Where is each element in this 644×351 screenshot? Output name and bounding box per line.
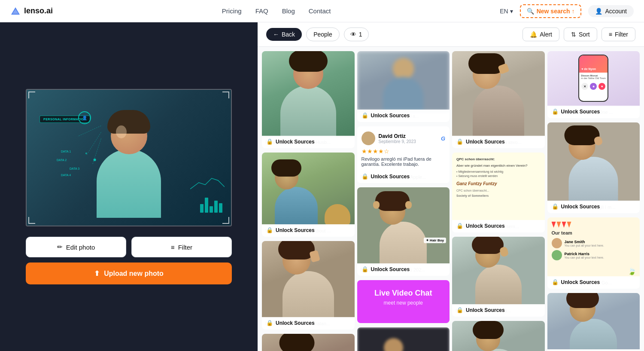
corner-tr bbox=[222, 92, 229, 98]
unlock-overlay-9: 🔒 Unlock Sources bbox=[262, 317, 355, 330]
left-panel: PERSONAL INFORMATION 👤 DATA 1 DATA 2 DAT… bbox=[0, 22, 258, 351]
lock-icon-16: 🔒 bbox=[552, 279, 559, 285]
nav-blog[interactable]: Blog bbox=[282, 7, 295, 15]
unlock-overlay-6: 🔒 Unlock Sources bbox=[357, 171, 450, 183]
unlock-overlay-2: 🔒 Unlock Sources bbox=[357, 110, 450, 122]
logo[interactable]: lenso.ai bbox=[10, 6, 53, 16]
unlock-overlay-18: 🔒 Unlock Sources bbox=[547, 349, 640, 351]
result-card-11[interactable]: QPC schon überrascht: Aber wie gründet m… bbox=[452, 153, 545, 232]
unlock-overlay-15: 🔒 Unlock Sources bbox=[452, 304, 545, 317]
search-icon: 🔍 bbox=[527, 8, 534, 15]
edit-photo-button[interactable]: ✏ Edit photo bbox=[26, 237, 126, 257]
result-card-10[interactable]: ✦ Hair Boy 🔒 Unlock Sources Best Hairsty… bbox=[357, 187, 450, 276]
header: lenso.ai Pricing FAQ Blog Contact EN ▾ 🔍… bbox=[0, 0, 644, 22]
result-card-1[interactable]: 🔒 Unlock Sources Personalized I Love My … bbox=[262, 51, 355, 148]
live-chat-subtitle: meet new people bbox=[364, 300, 443, 306]
lock-icon-8: 🔒 bbox=[552, 203, 559, 210]
edit-icon: ✏ bbox=[57, 243, 63, 251]
results-grid: 🔒 Unlock Sources Personalized I Love My … bbox=[258, 47, 644, 351]
filter-icon-left: ≡ bbox=[171, 244, 175, 251]
filter-icon-right: ≡ bbox=[609, 31, 612, 38]
bell-icon: 🔔 bbox=[530, 31, 537, 38]
people-badge: People bbox=[306, 27, 340, 41]
right-panel: ← Back People 👁 1 🔔 Alert ⇅ Sort bbox=[258, 22, 644, 351]
account-button[interactable]: 👤 Account bbox=[588, 5, 634, 17]
count-badge: 👁 1 bbox=[344, 27, 369, 41]
main-nav: Pricing FAQ Blog Contact bbox=[222, 7, 331, 15]
toolbar-left: ← Back People 👁 1 bbox=[266, 27, 369, 41]
result-card-4[interactable]: ♥ de Nyon Diesen Monat in der Nähe Old T… bbox=[547, 51, 640, 118]
unlock-overlay-1: 🔒 Unlock Sources bbox=[262, 136, 355, 148]
lock-icon-5: 🔒 bbox=[266, 227, 273, 233]
language-selector[interactable]: EN ▾ bbox=[500, 8, 513, 15]
main-content: PERSONAL INFORMATION 👤 DATA 1 DATA 2 DAT… bbox=[0, 0, 644, 351]
result-card-14[interactable]: Live Video Chat meet new people bbox=[357, 280, 450, 323]
logo-text: lenso.ai bbox=[24, 6, 53, 15]
chevron-down-icon: ▾ bbox=[510, 8, 513, 15]
lock-icon-4: 🔒 bbox=[552, 108, 559, 115]
result-card-16[interactable]: Our team Jane Smith You can put all your… bbox=[547, 217, 640, 289]
unlock-overlay-10: 🔒 Unlock Sources bbox=[357, 263, 450, 276]
photo-frame: PERSONAL INFORMATION 👤 DATA 1 DATA 2 DAT… bbox=[27, 90, 231, 226]
reviewer-name: David Ortiz bbox=[379, 133, 416, 139]
corner-tl bbox=[28, 92, 35, 98]
lock-icon-11: 🔒 bbox=[456, 223, 463, 229]
corner-br bbox=[222, 217, 229, 224]
left-panel-actions: ✏ Edit photo ≡ Filter bbox=[26, 237, 232, 257]
result-card-7[interactable]: 🔒 Unlock Sources Кожу достигли априлна к… bbox=[452, 51, 545, 148]
live-chat-title: Live Video Chat bbox=[364, 289, 443, 298]
toolbar-right: 🔔 Alert ⇅ Sort ≡ Filter bbox=[522, 27, 635, 41]
eye-icon: 👁 bbox=[350, 31, 356, 38]
corner-bl bbox=[28, 217, 35, 224]
result-card-9[interactable]: 🔒 Unlock Sources Las mejores cremas hidr… bbox=[262, 241, 355, 330]
unlock-overlay-16: 🔒 Unlock Sources bbox=[547, 276, 640, 289]
logo-icon bbox=[10, 6, 21, 16]
lock-icon-10: 🔒 bbox=[361, 266, 368, 272]
header-right: EN ▾ 🔍 New search ↑ 👤 Account bbox=[500, 4, 634, 18]
result-card-2[interactable]: 🔒 Unlock Sources La Région de Nyon fête … bbox=[357, 51, 450, 122]
result-card-13[interactable]: ✦ Hair Boy 🔒 Unlock Sources Best Haircut… bbox=[262, 334, 355, 351]
result-card-15[interactable]: 🔒 Unlock Sources Best Hairstyles For Boy… bbox=[452, 237, 545, 317]
upload-icon: ⬆ bbox=[94, 269, 100, 278]
unlock-overlay-4: 🔒 Unlock Sources bbox=[547, 106, 640, 118]
unlock-overlay-8: 🔒 Unlock Sources bbox=[547, 201, 640, 213]
lock-icon-15: 🔒 bbox=[456, 307, 463, 313]
unlock-overlay-11: 🔒 Unlock Sources bbox=[452, 220, 545, 232]
result-card-18[interactable]: 🔒 Unlock Sources bbox=[547, 293, 640, 351]
nav-faq[interactable]: FAQ bbox=[255, 7, 268, 15]
review-date: Septiembre 9, 2023 bbox=[379, 139, 416, 144]
lock-icon-9: 🔒 bbox=[266, 320, 273, 326]
unlock-overlay-7: 🔒 Unlock Sources bbox=[452, 136, 545, 148]
back-button[interactable]: ← Back bbox=[266, 28, 302, 41]
result-card-3[interactable]: 🔒 Unlock Sources Blog | Noticias, consej… bbox=[357, 327, 450, 351]
lock-icon-6: 🔒 bbox=[361, 173, 368, 180]
lock-icon-1: 🔒 bbox=[266, 138, 273, 145]
result-card-5[interactable]: 🔒 Unlock Sources What Dogs Recognize Abo… bbox=[262, 153, 355, 237]
unlock-overlay-5: 🔒 Unlock Sources bbox=[262, 224, 355, 237]
live-chat-card: Live Video Chat meet new people bbox=[357, 280, 450, 323]
review-stars: ★★★★☆ bbox=[361, 148, 446, 155]
result-card-8[interactable]: 🔒 Unlock Sources Crema Uomo Viso: scegli… bbox=[547, 122, 640, 213]
filter-button-right[interactable]: ≡ Filter bbox=[601, 27, 635, 41]
lock-icon-7: 🔒 bbox=[456, 138, 463, 145]
back-arrow-icon: ← bbox=[273, 31, 279, 38]
alert-button[interactable]: 🔔 Alert bbox=[522, 27, 559, 41]
result-card-6[interactable]: David Ortiz Septiembre 9, 2023 G ★★★★☆ R… bbox=[357, 126, 450, 183]
sort-icon: ⇅ bbox=[571, 31, 576, 38]
nav-contact[interactable]: Contact bbox=[309, 7, 331, 15]
account-icon: 👤 bbox=[595, 8, 602, 15]
results-toolbar: ← Back People 👁 1 🔔 Alert ⇅ Sort bbox=[258, 22, 644, 47]
photo-preview: PERSONAL INFORMATION 👤 DATA 1 DATA 2 DAT… bbox=[26, 89, 232, 226]
nav-pricing[interactable]: Pricing bbox=[222, 7, 242, 15]
sort-button[interactable]: ⇅ Sort bbox=[564, 27, 597, 41]
lock-icon-2: 🔒 bbox=[361, 112, 368, 119]
new-search-button[interactable]: 🔍 New search ↑ bbox=[520, 4, 582, 18]
upload-button[interactable]: ⬆ Upload new photo bbox=[26, 262, 232, 284]
result-card-17[interactable]: 🔒 Unlock Sources bbox=[452, 321, 545, 351]
filter-button-left[interactable]: ≡ Filter bbox=[131, 237, 232, 257]
review-text: Revilogo arregló mi iPad fuera de garant… bbox=[361, 156, 446, 167]
